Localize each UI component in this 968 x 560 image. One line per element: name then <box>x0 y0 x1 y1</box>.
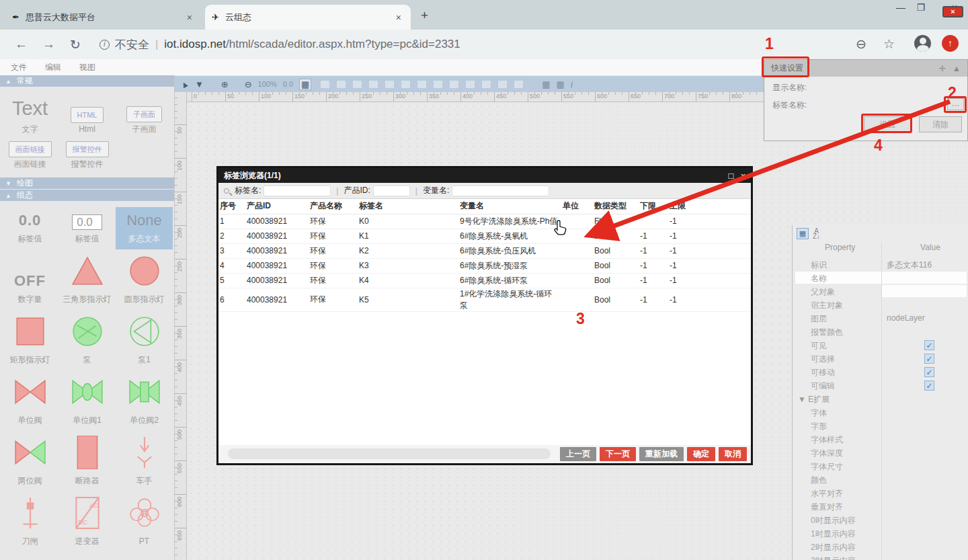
align-tool-icon[interactable] <box>514 80 524 89</box>
window-restore-button[interactable]: ❐ <box>912 2 930 13</box>
browser-tab[interactable]: ✈云组态× <box>205 5 411 30</box>
property-value-input[interactable] <box>882 272 967 284</box>
tool-item-逆变器[interactable]: ACDC逆变器 <box>58 491 116 552</box>
tool-item-刀闸[interactable]: 刀闸 <box>1 491 58 552</box>
tool-item-泵1[interactable]: 泵1 <box>116 310 173 370</box>
property-row-可移动[interactable]: 可移动✓ <box>793 365 968 378</box>
column-header[interactable]: 标签名 <box>358 199 458 214</box>
align-tool-icon[interactable] <box>385 80 395 89</box>
column-header[interactable]: 产品名称 <box>309 199 358 214</box>
zoom-in-icon[interactable]: ⊕ <box>221 79 229 89</box>
horizontal-scrollbar[interactable] <box>228 448 551 459</box>
clear-button[interactable]: 清除 <box>919 116 962 132</box>
property-row-颜色[interactable]: 颜色 <box>793 473 968 486</box>
tool-item-多态文本[interactable]: None多态文本 <box>116 207 173 249</box>
table-row[interactable]: 1400038921环保K09号化学洗涤除臭系统-Ph值Float-1 <box>218 214 751 229</box>
tool-item-Html[interactable]: HTMLHtml <box>58 93 116 140</box>
property-row-3时显示内容[interactable]: 3时显示内容 <box>793 553 968 560</box>
browser-update-icon[interactable]: ↑ <box>942 35 959 52</box>
property-row-1时显示内容[interactable]: 1时显示内容 <box>793 526 968 540</box>
url-field[interactable]: i 不安全 | iot.idosp.net/html/scada/editor.… <box>99 37 460 52</box>
table-grid-icon[interactable]: ▦ <box>542 79 550 89</box>
info-icon[interactable]: i <box>571 79 573 89</box>
tool-item-断路器[interactable]: 断路器 <box>58 431 116 491</box>
table-row[interactable]: 2400038921环保K16#除臭系统-臭氧机Bool-1-1 <box>218 229 751 243</box>
tool-item-文字[interactable]: Text文字 <box>1 93 58 140</box>
tool-item-子画面[interactable]: 子画面子画面 <box>116 93 173 140</box>
tool-item-单位阀[interactable]: 单位阀 <box>1 370 58 431</box>
tool-item-两位阀[interactable]: 两位阀 <box>1 431 58 491</box>
browser-tab[interactable]: ✒思普云大数据平台× <box>5 5 202 30</box>
dialog-button-取消[interactable]: 取消 <box>719 447 747 461</box>
new-tab-button[interactable]: + <box>421 8 428 23</box>
forward-icon[interactable]: → <box>42 37 55 52</box>
tool-item-车手[interactable]: 车手 <box>116 431 173 491</box>
property-row-可选择[interactable]: 可选择✓ <box>793 352 968 365</box>
tool-item-PT[interactable]: PT <box>116 491 173 552</box>
menu-item-视图[interactable]: 视图 <box>79 62 95 73</box>
property-row-可见[interactable]: 可见✓ <box>793 338 968 352</box>
table-grid-icon[interactable]: ▦ <box>557 79 565 89</box>
info-icon[interactable]: i <box>99 40 110 50</box>
align-tool-icon[interactable] <box>368 80 378 89</box>
property-row-字体[interactable]: 字体 <box>793 405 968 419</box>
checkbox-checked[interactable]: ✓ <box>924 354 934 364</box>
column-header[interactable]: 上限 <box>668 199 698 214</box>
align-tool-icon[interactable] <box>433 80 443 89</box>
column-header[interactable]: 序号 <box>218 199 245 214</box>
dialog-button-确定[interactable]: 确定 <box>687 447 715 461</box>
align-tool-icon[interactable] <box>352 80 362 89</box>
tool-item-单位阀1[interactable]: 单位阀1 <box>58 370 116 431</box>
pointer-tool-icon[interactable]: ▲ <box>178 77 190 90</box>
checkbox-checked[interactable]: ✓ <box>924 367 934 377</box>
table-row[interactable]: 5400038921环保K46#除臭系统-循环泵Bool-1-1 <box>218 273 751 288</box>
filter-input[interactable] <box>264 186 331 196</box>
property-row-标识[interactable]: 标识多态文本116 <box>793 257 968 271</box>
property-row-E扩展[interactable]: ▼ E扩展 <box>793 392 968 405</box>
tab-close-icon[interactable]: × <box>184 12 195 23</box>
tool-item-标签值[interactable]: 0.0标签值 <box>1 207 58 249</box>
window-minimize-button[interactable]: — <box>891 2 910 13</box>
column-header[interactable]: 下限 <box>639 199 668 214</box>
menu-item-文件[interactable]: 文件 <box>11 62 27 73</box>
property-row-字体深度[interactable]: 字体深度 <box>793 446 968 459</box>
align-tool-icon[interactable] <box>401 80 411 89</box>
property-row-宿主对象[interactable]: 宿主对象 <box>793 298 968 311</box>
align-tool-icon[interactable] <box>465 80 475 89</box>
property-row-0时显示内容[interactable]: 0时显示内容 <box>793 513 968 526</box>
property-row-图层[interactable]: 图层nodeLayer <box>793 311 968 325</box>
profile-avatar-icon[interactable] <box>914 35 931 52</box>
dialog-maximize-icon[interactable]: □ <box>729 171 734 181</box>
bookmark-star-icon[interactable]: ☆ <box>883 36 895 52</box>
dialog-titlebar[interactable]: 标签浏览器(1/1) □ × <box>218 168 751 183</box>
dialog-button-重新加载[interactable]: 重新加载 <box>639 447 684 461</box>
column-header[interactable]: 单位 <box>561 199 593 214</box>
property-row-2时显示内容[interactable]: 2时显示内容 <box>793 540 968 553</box>
property-row-垂直对齐[interactable]: 垂直对齐 <box>793 499 968 513</box>
tool-item-画面链接[interactable]: 画面链接画面链接 <box>1 140 58 175</box>
align-tool-icon[interactable] <box>417 80 427 89</box>
categorize-icon[interactable]: ▦ <box>797 228 809 239</box>
dialog-button-上一页[interactable]: 上一页 <box>560 447 596 461</box>
grid-toggle-icon[interactable]: ▦ <box>299 79 311 90</box>
section-expand-icon[interactable]: ▼ E扩展 <box>798 394 830 405</box>
tool-item-标签值[interactable]: 0.0标签值 <box>58 207 116 249</box>
section-header-组态[interactable]: ▲组态 <box>0 190 174 201</box>
table-row[interactable]: 4400038921环保K36#除臭系统-预湿泵Bool-1-1 <box>218 258 751 273</box>
checkbox-checked[interactable]: ✓ <box>924 340 934 350</box>
back-icon[interactable]: ← <box>15 37 28 52</box>
property-input[interactable] <box>795 272 881 284</box>
tool-item-泵[interactable]: 泵 <box>58 310 116 370</box>
menu-item-编辑[interactable]: 编辑 <box>45 62 61 73</box>
tool-item-三角形指示灯[interactable]: 三角形指示灯 <box>58 249 116 310</box>
align-tool-icon[interactable] <box>320 80 330 89</box>
tool-item-单位阀2[interactable]: 单位阀2 <box>116 370 173 431</box>
property-row-名称[interactable]: 名称 <box>793 271 968 284</box>
reload-icon[interactable]: ↻ <box>70 37 81 52</box>
filter-input[interactable] <box>373 186 410 196</box>
property-row-字体样式[interactable]: 字体样式 <box>793 432 968 446</box>
property-value-input[interactable] <box>882 285 967 297</box>
az-sort-icon[interactable]: AZ↓ <box>813 229 820 239</box>
collapse-triangle-icon[interactable]: ▲ <box>953 64 961 73</box>
tool-item-数字量[interactable]: OFF数字量 <box>1 249 58 310</box>
